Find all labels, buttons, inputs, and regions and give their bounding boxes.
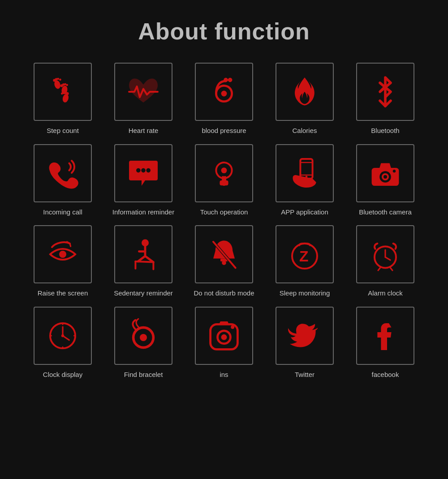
bluetooth-camera-label: Bluetooth camera xyxy=(359,208,412,217)
feature-bluetooth: Bluetooth xyxy=(349,63,421,135)
heart-rate-icon xyxy=(125,74,161,110)
svg-point-35 xyxy=(59,251,66,258)
features-grid: Step count Heart rate blood pressure xyxy=(27,63,421,379)
find-bracelet-label: Find bracelet xyxy=(124,370,163,379)
feature-ins: ins xyxy=(188,307,260,379)
incoming-call-label: Incoming call xyxy=(43,208,82,217)
find-bracelet-icon xyxy=(125,318,161,354)
svg-point-10 xyxy=(62,93,69,103)
svg-point-22 xyxy=(146,168,151,172)
touch-operation-icon xyxy=(206,155,242,191)
svg-point-20 xyxy=(136,168,141,172)
step-count-label: Step count xyxy=(47,126,79,135)
svg-text:Z: Z xyxy=(299,248,309,265)
touch-operation-label: Touch operation xyxy=(200,208,248,217)
do-not-disturb-label: Do not disturb mode xyxy=(194,289,254,298)
svg-point-24 xyxy=(221,167,227,173)
raise-screen-icon xyxy=(45,236,81,272)
svg-point-52 xyxy=(61,334,64,337)
bluetooth-label: Bluetooth xyxy=(371,126,399,135)
twitter-label: Twitter xyxy=(295,370,314,379)
svg-point-62 xyxy=(231,325,234,329)
svg-point-34 xyxy=(393,170,396,172)
step-count-icon xyxy=(45,74,81,110)
feature-twitter: Twitter xyxy=(269,307,340,379)
feature-sedentary-reminder: Sedentary reminder xyxy=(108,225,179,298)
calories-icon xyxy=(287,74,323,110)
feature-touch-operation: Touch operation xyxy=(188,144,260,217)
feature-blood-pressure: blood pressure xyxy=(188,63,260,135)
feature-calories: Calories xyxy=(269,63,340,135)
sedentary-reminder-icon-box xyxy=(114,225,172,283)
clock-display-icon xyxy=(45,318,81,354)
sedentary-reminder-icon xyxy=(125,236,161,272)
svg-line-48 xyxy=(385,257,390,260)
do-not-disturb-icon-box xyxy=(195,225,253,283)
alarm-clock-icon xyxy=(367,236,403,272)
feature-facebook: facebook xyxy=(349,307,421,379)
heart-rate-label: Heart rate xyxy=(129,126,159,135)
app-application-label: APP application xyxy=(281,208,328,217)
raise-screen-icon-box xyxy=(34,225,92,283)
svg-rect-25 xyxy=(220,180,228,185)
information-reminder-icon xyxy=(125,155,161,191)
alarm-clock-label: Alarm clock xyxy=(368,289,403,298)
bluetooth-icon xyxy=(367,74,403,110)
feature-step-count: Step count xyxy=(27,63,99,135)
incoming-call-icon-box xyxy=(34,144,92,202)
bluetooth-camera-icon xyxy=(367,155,403,191)
sleep-monitoring-icon-box: Z xyxy=(276,225,334,283)
ins-label: ins xyxy=(220,370,228,379)
svg-point-61 xyxy=(221,334,227,340)
svg-point-33 xyxy=(383,175,387,179)
feature-clock-display: Clock display xyxy=(27,307,99,379)
feature-heart-rate: Heart rate xyxy=(108,63,179,135)
svg-point-58 xyxy=(140,334,147,341)
bluetooth-icon-box xyxy=(356,63,414,121)
feature-do-not-disturb: Do not disturb mode xyxy=(188,225,260,298)
feature-sleep-monitoring: Z Sleep monitoring xyxy=(269,225,340,298)
clock-display-icon-box xyxy=(34,307,92,365)
svg-point-9 xyxy=(66,84,68,86)
twitter-icon xyxy=(287,318,323,354)
feature-app-application: APP application xyxy=(269,144,340,217)
ins-icon-box xyxy=(195,307,253,365)
feature-raise-screen: Raise the screen xyxy=(27,225,99,298)
facebook-icon xyxy=(367,318,403,354)
do-not-disturb-icon xyxy=(206,236,242,272)
app-application-icon-box xyxy=(276,144,334,202)
twitter-icon-box xyxy=(276,307,334,365)
svg-line-39 xyxy=(135,261,153,262)
alarm-clock-icon-box xyxy=(356,225,414,283)
svg-point-16 xyxy=(221,91,227,97)
facebook-icon-box xyxy=(356,307,414,365)
svg-point-14 xyxy=(61,93,63,95)
feature-find-bracelet: Find bracelet xyxy=(108,307,179,379)
feature-incoming-call: Incoming call xyxy=(27,144,99,217)
raise-screen-label: Raise the screen xyxy=(38,289,88,298)
ins-icon xyxy=(206,318,242,354)
svg-rect-26 xyxy=(300,159,312,179)
svg-point-41 xyxy=(222,261,226,265)
svg-point-21 xyxy=(141,168,146,172)
feature-information-reminder: Information reminder xyxy=(108,144,179,217)
heart-rate-icon-box xyxy=(114,63,172,121)
information-reminder-label: Information reminder xyxy=(112,208,174,217)
blood-pressure-icon-box xyxy=(195,63,253,121)
blood-pressure-icon xyxy=(206,74,242,110)
svg-point-4 xyxy=(57,78,59,80)
calories-label: Calories xyxy=(292,126,317,135)
step-count-icon-box xyxy=(34,63,92,121)
information-reminder-icon-box xyxy=(114,144,172,202)
clock-display-label: Clock display xyxy=(43,370,82,379)
incoming-call-icon xyxy=(45,155,81,191)
sedentary-reminder-label: Sedentary reminder xyxy=(114,289,173,298)
touch-operation-icon-box xyxy=(195,144,253,202)
svg-point-5 xyxy=(59,78,61,81)
facebook-label: facebook xyxy=(372,370,399,379)
sleep-monitoring-label: Sleep monitoring xyxy=(280,289,330,298)
app-application-icon xyxy=(287,155,323,191)
page-title: About function xyxy=(138,18,310,45)
bluetooth-camera-icon-box xyxy=(356,144,414,202)
calories-icon-box xyxy=(276,63,334,121)
